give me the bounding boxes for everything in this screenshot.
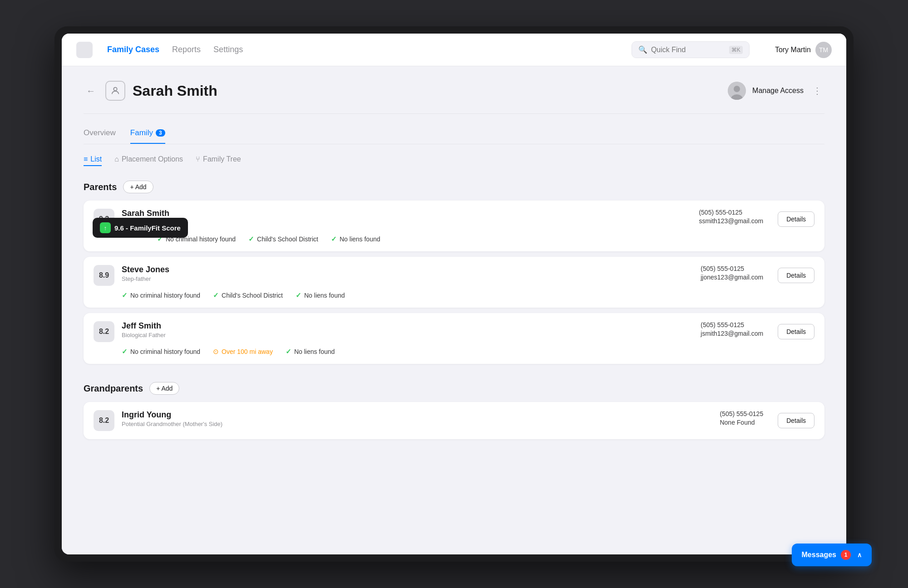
back-button[interactable]: ← bbox=[84, 83, 98, 98]
header-left: ← Sarah Smith bbox=[84, 81, 217, 101]
check-icon: ✓ bbox=[296, 291, 301, 299]
app-logo bbox=[76, 42, 93, 58]
add-parent-button[interactable]: + Add bbox=[123, 181, 153, 193]
warn-icon: ⊙ bbox=[213, 348, 219, 356]
sub-tab-family-tree[interactable]: ⑂ Family Tree bbox=[196, 155, 241, 166]
parents-section: Parents + Add 9.2 Sarah Smith Biological… bbox=[84, 181, 824, 364]
grandparents-title: Grandparents bbox=[84, 383, 143, 394]
nav-settings[interactable]: Settings bbox=[213, 45, 243, 54]
parent-card-steve: 8.9 Steve Jones Step-father (505) 555-01… bbox=[84, 257, 824, 308]
nav-avatar: TM bbox=[815, 42, 832, 58]
nav-user[interactable]: Tory Martin TM bbox=[775, 42, 832, 58]
check-icon: ✓ bbox=[331, 235, 337, 243]
person-icon bbox=[105, 81, 125, 101]
search-input[interactable] bbox=[651, 46, 725, 54]
header-avatar bbox=[728, 82, 746, 100]
status-item: ✓ No liens found bbox=[331, 235, 380, 243]
details-button-ingrid[interactable]: Details bbox=[778, 413, 814, 428]
score-badge-steve: 8.9 bbox=[94, 265, 114, 286]
list-icon: ≡ bbox=[84, 155, 88, 163]
grandparents-section: Grandparents + Add 8.2 Ingrid Young Pote… bbox=[84, 382, 824, 439]
status-item: ✓ No liens found bbox=[296, 291, 345, 299]
svg-point-2 bbox=[734, 86, 740, 92]
chevron-up-icon: ∧ bbox=[857, 551, 862, 559]
parents-header: Parents + Add bbox=[84, 181, 824, 193]
check-icon: ✓ bbox=[122, 348, 128, 356]
jeff-statuses: ✓ No criminal history found ⊙ Over 100 m… bbox=[94, 348, 814, 356]
person-role-ingrid: Potential Grandmother (Mother's Side) bbox=[122, 421, 712, 427]
header-divider bbox=[84, 113, 824, 114]
person-info-sarah: Sarah Smith Biological Mother bbox=[122, 209, 691, 226]
status-item: ✓ Child's School District bbox=[248, 235, 318, 243]
family-tab-badge: 3 bbox=[156, 129, 165, 137]
nav-family-cases[interactable]: Family Cases bbox=[107, 45, 159, 54]
person-contact-sarah: (505) 555-0125 ssmith123@gmail.com bbox=[699, 209, 770, 226]
person-name-ingrid: Ingrid Young bbox=[122, 410, 712, 420]
page-title: Sarah Smith bbox=[133, 83, 217, 99]
check-icon: ✓ bbox=[248, 235, 254, 243]
add-grandparent-button[interactable]: + Add bbox=[149, 382, 179, 395]
tab-family[interactable]: Family 3 bbox=[130, 128, 165, 144]
tree-icon: ⑂ bbox=[196, 155, 200, 163]
header-right: Manage Access ⋮ bbox=[728, 82, 824, 100]
details-button-sarah[interactable]: Details bbox=[778, 211, 814, 227]
grandparent-card-ingrid: 8.2 Ingrid Young Potential Grandmother (… bbox=[84, 402, 824, 439]
placement-icon: ⌂ bbox=[114, 155, 119, 163]
status-item: ✓ No liens found bbox=[286, 348, 335, 356]
more-options-button[interactable]: ⋮ bbox=[810, 83, 824, 98]
familyfit-tooltip: ↑ 9.6 - FamilyFit Score bbox=[93, 218, 188, 238]
details-button-steve[interactable]: Details bbox=[778, 268, 814, 283]
parents-title: Parents bbox=[84, 182, 117, 192]
person-name-steve: Steve Jones bbox=[122, 265, 693, 274]
main-tabs: Overview Family 3 bbox=[84, 128, 824, 144]
parent-card-sarah: 9.2 Sarah Smith Biological Mother (505) … bbox=[84, 201, 824, 251]
status-item: ✓ Child's School District bbox=[213, 291, 283, 299]
tooltip-icon: ↑ bbox=[100, 222, 111, 233]
parent-card-jeff: 8.2 Jeff Smith Biological Father (505) 5… bbox=[84, 313, 824, 364]
messages-button[interactable]: Messages 1 ∧ bbox=[792, 544, 872, 566]
status-item: ✓ No criminal history found bbox=[122, 291, 200, 299]
page-header: ← Sarah Smith bbox=[84, 81, 824, 101]
top-nav: Family Cases Reports Settings 🔍 ⌘K Tory … bbox=[62, 34, 846, 66]
grandparents-header: Grandparents + Add bbox=[84, 382, 824, 395]
check-icon: ✓ bbox=[122, 291, 128, 299]
person-role-jeff: Biological Father bbox=[122, 332, 693, 338]
sub-tab-placement[interactable]: ⌂ Placement Options bbox=[114, 155, 183, 166]
person-name-jeff: Jeff Smith bbox=[122, 321, 693, 331]
search-icon: 🔍 bbox=[638, 45, 647, 54]
person-role-steve: Step-father bbox=[122, 275, 693, 282]
manage-access-button[interactable]: Manage Access bbox=[752, 87, 804, 95]
person-info-ingrid: Ingrid Young Potential Grandmother (Moth… bbox=[122, 410, 712, 427]
tab-overview[interactable]: Overview bbox=[84, 128, 116, 144]
messages-label: Messages bbox=[802, 551, 837, 559]
svg-point-0 bbox=[114, 88, 117, 91]
messages-badge: 1 bbox=[841, 550, 851, 560]
nav-reports[interactable]: Reports bbox=[172, 45, 201, 54]
check-icon: ✓ bbox=[286, 348, 291, 356]
person-contact-ingrid: (505) 555-0125 None Found bbox=[720, 410, 770, 427]
main-content: ← Sarah Smith bbox=[62, 66, 846, 554]
person-info-steve: Steve Jones Step-father bbox=[122, 265, 693, 282]
nav-links: Family Cases Reports Settings bbox=[107, 45, 243, 54]
status-warning-item: ⊙ Over 100 mi away bbox=[213, 348, 273, 356]
details-button-jeff[interactable]: Details bbox=[778, 324, 814, 339]
score-badge-ingrid: 8.2 bbox=[94, 410, 114, 431]
search-bar[interactable]: 🔍 ⌘K bbox=[632, 41, 750, 58]
sub-tab-list[interactable]: ≡ List bbox=[84, 155, 102, 166]
kbd-shortcut: ⌘K bbox=[729, 46, 743, 54]
sub-tabs: ≡ List ⌂ Placement Options ⑂ Family Tree bbox=[84, 155, 824, 166]
check-icon: ✓ bbox=[213, 291, 219, 299]
person-contact-jeff: (505) 555-0125 jsmith123@gmail.com bbox=[701, 321, 770, 338]
person-contact-steve: (505) 555-0125 jjones123@gmail.com bbox=[701, 265, 770, 282]
status-item: ✓ No criminal history found bbox=[122, 348, 200, 356]
person-role-sarah: Biological Mother bbox=[122, 219, 691, 226]
nav-user-name: Tory Martin bbox=[775, 46, 811, 54]
person-info-jeff: Jeff Smith Biological Father bbox=[122, 321, 693, 338]
steve-statuses: ✓ No criminal history found ✓ Child's Sc… bbox=[94, 291, 814, 299]
sarah-statuses: ✓ No criminal history found ✓ Child's Sc… bbox=[94, 235, 814, 243]
person-name-sarah: Sarah Smith bbox=[122, 209, 691, 218]
score-badge-jeff: 8.2 bbox=[94, 321, 114, 342]
